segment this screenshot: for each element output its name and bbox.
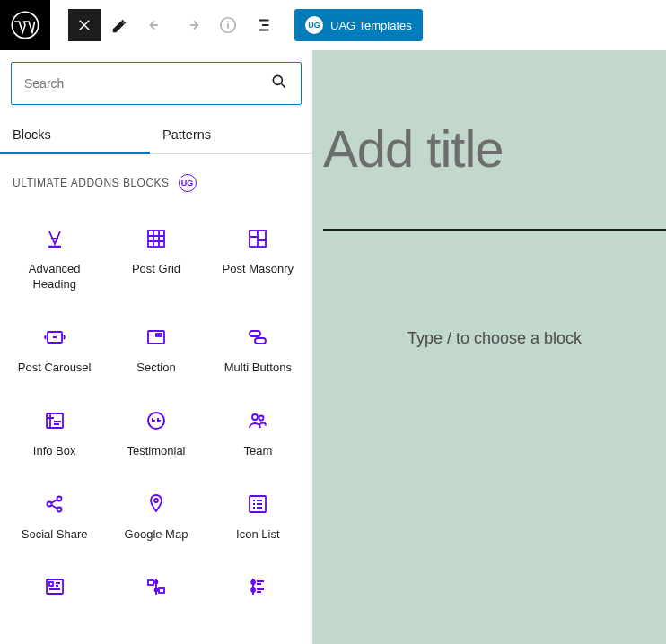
editor-canvas[interactable]: Add title Type / to choose a block [312,50,666,644]
block-label: Advanced Heading [11,262,98,292]
svg-point-11 [148,413,164,429]
block-item-post-grid[interactable]: Post Grid [107,208,205,303]
block-label: Social Share [22,527,88,543]
post-timeline-icon [145,574,167,599]
advanced-heading-icon [44,226,66,251]
svg-rect-20 [49,582,53,586]
block-label: Info Box [33,444,76,459]
block-label: Section [136,361,175,376]
tab-patterns[interactable]: Patterns [150,116,312,153]
svg-point-12 [252,414,258,420]
inserter-tabs: Blocks Patterns [0,116,312,154]
block-item-google-map[interactable]: Google Map [107,474,205,553]
block-item-testimonial[interactable]: Testimonial [107,390,205,470]
section-icon [145,325,167,350]
svg-rect-3 [148,231,164,247]
block-label: Google Map [125,527,188,543]
block-item-info-box[interactable]: Info Box [5,390,103,470]
top-toolbar: UG UAG Templates [0,0,666,50]
block-inserter-sidebar: Blocks Patterns ULTIMATE ADDONS BLOCKS U… [0,50,312,644]
block-item-section[interactable]: Section [107,307,205,387]
block-label: Team [243,444,272,459]
svg-point-24 [154,589,157,592]
block-item-icon-list[interactable]: Icon List [209,474,307,553]
block-item-social-share[interactable]: Social Share [5,474,103,553]
block-item-team[interactable]: Team [209,390,307,470]
undo-icon[interactable] [140,9,172,41]
block-appender-prompt[interactable]: Type / to choose a block [323,329,666,348]
google-map-icon [145,492,167,517]
block-item-multi-buttons[interactable]: Multi Buttons [209,307,307,387]
svg-point-2 [273,75,282,84]
info-icon[interactable] [212,9,244,41]
list-view-icon[interactable] [248,9,280,41]
post-title-field[interactable]: Add title [323,122,666,231]
uag-templates-button[interactable]: UG UAG Templates [294,9,423,41]
search-input-wrapper[interactable] [11,62,302,105]
block-item-post-masonry[interactable]: Post Masonry [209,208,307,303]
wordpress-logo-icon[interactable] [0,0,50,50]
tab-blocks[interactable]: Blocks [0,116,150,153]
block-label: Post Masonry [223,262,294,277]
svg-rect-8 [250,331,260,336]
block-item-price-list[interactable] [5,556,103,621]
block-item-advanced-heading[interactable]: Advanced Heading [5,208,103,303]
block-category-header: ULTIMATE ADDONS BLOCKS UG [0,154,312,199]
svg-rect-10 [47,413,63,428]
category-title: ULTIMATE ADDONS BLOCKS [13,177,170,189]
block-label: Post Grid [132,262,180,277]
blocks-grid: Advanced HeadingPost GridPost MasonryPos… [0,199,312,630]
multi-buttons-icon [247,325,268,350]
block-label: Multi Buttons [224,361,292,376]
post-carousel-icon [44,325,66,350]
info-box-icon [44,408,66,433]
svg-point-17 [154,499,158,502]
svg-rect-22 [159,588,164,593]
uag-badge-icon: UG [305,16,323,34]
block-item-content-timeline[interactable] [209,556,307,621]
content-timeline-icon [247,574,268,599]
svg-point-23 [154,581,157,584]
edit-tool-icon[interactable] [104,9,136,41]
icon-list-icon [247,492,268,517]
block-item-post-timeline[interactable] [107,556,205,621]
block-label: Post Carousel [18,361,92,376]
redo-icon[interactable] [176,9,208,41]
svg-rect-9 [255,338,266,344]
post-masonry-icon [247,226,268,251]
block-label: Icon List [236,527,279,543]
testimonial-icon [145,408,167,433]
uag-button-label: UAG Templates [330,19,412,32]
svg-rect-7 [156,334,162,336]
price-list-icon [44,574,66,599]
team-icon [247,408,268,433]
block-item-post-carousel[interactable]: Post Carousel [5,307,103,387]
block-label: Testimonial [127,444,185,459]
svg-point-13 [259,415,264,420]
post-grid-icon [145,226,167,251]
uag-category-badge-icon: UG [179,174,197,192]
social-share-icon [44,492,66,517]
search-icon [270,73,288,94]
close-inserter-button[interactable] [68,9,101,41]
search-input[interactable] [24,76,270,91]
svg-rect-21 [148,580,153,585]
